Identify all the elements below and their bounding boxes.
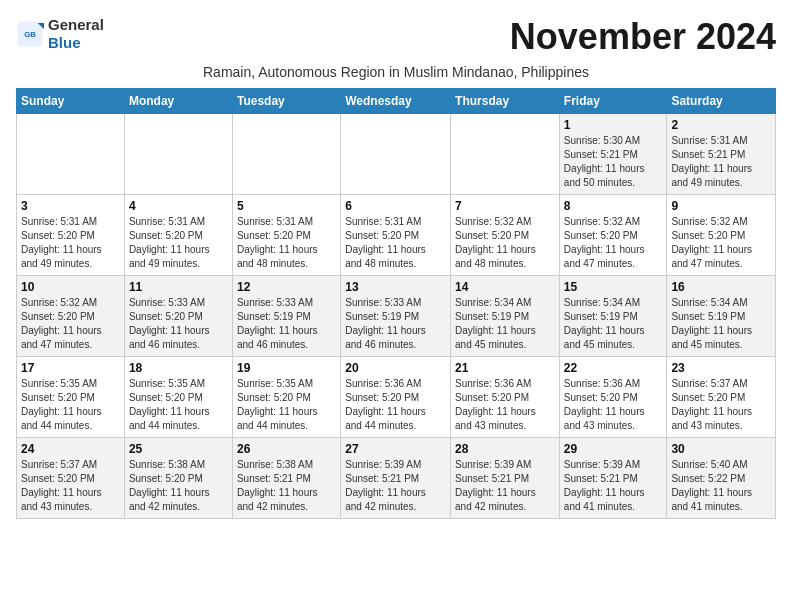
day-number: 9 — [671, 199, 771, 213]
day-number: 30 — [671, 442, 771, 456]
table-row: 20Sunrise: 5:36 AM Sunset: 5:20 PM Dayli… — [341, 357, 451, 438]
calendar-week-row: 10Sunrise: 5:32 AM Sunset: 5:20 PM Dayli… — [17, 276, 776, 357]
calendar-week-row: 3Sunrise: 5:31 AM Sunset: 5:20 PM Daylig… — [17, 195, 776, 276]
day-number: 22 — [564, 361, 663, 375]
day-info: Sunrise: 5:37 AM Sunset: 5:20 PM Dayligh… — [21, 458, 120, 514]
month-title: November 2024 — [510, 16, 776, 58]
table-row: 17Sunrise: 5:35 AM Sunset: 5:20 PM Dayli… — [17, 357, 125, 438]
table-row: 25Sunrise: 5:38 AM Sunset: 5:20 PM Dayli… — [124, 438, 232, 519]
day-info: Sunrise: 5:30 AM Sunset: 5:21 PM Dayligh… — [564, 134, 663, 190]
col-saturday: Saturday — [667, 89, 776, 114]
table-row — [17, 114, 125, 195]
col-sunday: Sunday — [17, 89, 125, 114]
table-row: 5Sunrise: 5:31 AM Sunset: 5:20 PM Daylig… — [232, 195, 340, 276]
day-info: Sunrise: 5:34 AM Sunset: 5:19 PM Dayligh… — [564, 296, 663, 352]
col-wednesday: Wednesday — [341, 89, 451, 114]
day-number: 1 — [564, 118, 663, 132]
day-number: 28 — [455, 442, 555, 456]
table-row: 6Sunrise: 5:31 AM Sunset: 5:20 PM Daylig… — [341, 195, 451, 276]
table-row: 26Sunrise: 5:38 AM Sunset: 5:21 PM Dayli… — [232, 438, 340, 519]
col-monday: Monday — [124, 89, 232, 114]
table-row: 28Sunrise: 5:39 AM Sunset: 5:21 PM Dayli… — [451, 438, 560, 519]
day-number: 17 — [21, 361, 120, 375]
day-info: Sunrise: 5:36 AM Sunset: 5:20 PM Dayligh… — [564, 377, 663, 433]
day-number: 18 — [129, 361, 228, 375]
page: GB General Blue November 2024 Ramain, Au… — [0, 0, 792, 529]
table-row: 9Sunrise: 5:32 AM Sunset: 5:20 PM Daylig… — [667, 195, 776, 276]
day-info: Sunrise: 5:38 AM Sunset: 5:20 PM Dayligh… — [129, 458, 228, 514]
day-info: Sunrise: 5:35 AM Sunset: 5:20 PM Dayligh… — [129, 377, 228, 433]
day-info: Sunrise: 5:32 AM Sunset: 5:20 PM Dayligh… — [564, 215, 663, 271]
day-info: Sunrise: 5:31 AM Sunset: 5:20 PM Dayligh… — [345, 215, 446, 271]
day-number: 20 — [345, 361, 446, 375]
table-row: 23Sunrise: 5:37 AM Sunset: 5:20 PM Dayli… — [667, 357, 776, 438]
svg-text:GB: GB — [24, 30, 36, 39]
col-thursday: Thursday — [451, 89, 560, 114]
table-row — [124, 114, 232, 195]
table-row: 19Sunrise: 5:35 AM Sunset: 5:20 PM Dayli… — [232, 357, 340, 438]
day-info: Sunrise: 5:39 AM Sunset: 5:21 PM Dayligh… — [564, 458, 663, 514]
day-info: Sunrise: 5:39 AM Sunset: 5:21 PM Dayligh… — [455, 458, 555, 514]
day-number: 23 — [671, 361, 771, 375]
table-row: 7Sunrise: 5:32 AM Sunset: 5:20 PM Daylig… — [451, 195, 560, 276]
day-number: 24 — [21, 442, 120, 456]
logo-text: General Blue — [48, 16, 104, 52]
calendar-table: Sunday Monday Tuesday Wednesday Thursday… — [16, 88, 776, 519]
day-number: 21 — [455, 361, 555, 375]
day-info: Sunrise: 5:33 AM Sunset: 5:19 PM Dayligh… — [237, 296, 336, 352]
logo-icon: GB — [16, 20, 44, 48]
day-number: 5 — [237, 199, 336, 213]
calendar-header-row: Sunday Monday Tuesday Wednesday Thursday… — [17, 89, 776, 114]
day-number: 15 — [564, 280, 663, 294]
calendar-week-row: 17Sunrise: 5:35 AM Sunset: 5:20 PM Dayli… — [17, 357, 776, 438]
subtitle: Ramain, Autonomous Region in Muslim Mind… — [16, 64, 776, 80]
day-info: Sunrise: 5:32 AM Sunset: 5:20 PM Dayligh… — [455, 215, 555, 271]
day-info: Sunrise: 5:37 AM Sunset: 5:20 PM Dayligh… — [671, 377, 771, 433]
table-row: 11Sunrise: 5:33 AM Sunset: 5:20 PM Dayli… — [124, 276, 232, 357]
day-number: 7 — [455, 199, 555, 213]
logo: GB General Blue — [16, 16, 104, 52]
day-info: Sunrise: 5:38 AM Sunset: 5:21 PM Dayligh… — [237, 458, 336, 514]
table-row: 10Sunrise: 5:32 AM Sunset: 5:20 PM Dayli… — [17, 276, 125, 357]
table-row: 4Sunrise: 5:31 AM Sunset: 5:20 PM Daylig… — [124, 195, 232, 276]
day-info: Sunrise: 5:36 AM Sunset: 5:20 PM Dayligh… — [455, 377, 555, 433]
table-row: 21Sunrise: 5:36 AM Sunset: 5:20 PM Dayli… — [451, 357, 560, 438]
table-row: 29Sunrise: 5:39 AM Sunset: 5:21 PM Dayli… — [559, 438, 667, 519]
day-info: Sunrise: 5:35 AM Sunset: 5:20 PM Dayligh… — [21, 377, 120, 433]
table-row: 16Sunrise: 5:34 AM Sunset: 5:19 PM Dayli… — [667, 276, 776, 357]
table-row: 24Sunrise: 5:37 AM Sunset: 5:20 PM Dayli… — [17, 438, 125, 519]
day-info: Sunrise: 5:39 AM Sunset: 5:21 PM Dayligh… — [345, 458, 446, 514]
col-friday: Friday — [559, 89, 667, 114]
day-number: 3 — [21, 199, 120, 213]
day-info: Sunrise: 5:32 AM Sunset: 5:20 PM Dayligh… — [21, 296, 120, 352]
day-number: 6 — [345, 199, 446, 213]
table-row — [232, 114, 340, 195]
day-number: 8 — [564, 199, 663, 213]
day-number: 29 — [564, 442, 663, 456]
table-row: 8Sunrise: 5:32 AM Sunset: 5:20 PM Daylig… — [559, 195, 667, 276]
day-number: 26 — [237, 442, 336, 456]
table-row: 18Sunrise: 5:35 AM Sunset: 5:20 PM Dayli… — [124, 357, 232, 438]
day-number: 4 — [129, 199, 228, 213]
table-row: 22Sunrise: 5:36 AM Sunset: 5:20 PM Dayli… — [559, 357, 667, 438]
table-row: 2Sunrise: 5:31 AM Sunset: 5:21 PM Daylig… — [667, 114, 776, 195]
day-number: 12 — [237, 280, 336, 294]
day-info: Sunrise: 5:34 AM Sunset: 5:19 PM Dayligh… — [671, 296, 771, 352]
day-info: Sunrise: 5:36 AM Sunset: 5:20 PM Dayligh… — [345, 377, 446, 433]
header: GB General Blue November 2024 — [16, 16, 776, 58]
day-number: 27 — [345, 442, 446, 456]
table-row: 1Sunrise: 5:30 AM Sunset: 5:21 PM Daylig… — [559, 114, 667, 195]
col-tuesday: Tuesday — [232, 89, 340, 114]
day-info: Sunrise: 5:34 AM Sunset: 5:19 PM Dayligh… — [455, 296, 555, 352]
day-info: Sunrise: 5:31 AM Sunset: 5:21 PM Dayligh… — [671, 134, 771, 190]
day-number: 11 — [129, 280, 228, 294]
day-info: Sunrise: 5:31 AM Sunset: 5:20 PM Dayligh… — [237, 215, 336, 271]
table-row — [451, 114, 560, 195]
table-row — [341, 114, 451, 195]
table-row: 14Sunrise: 5:34 AM Sunset: 5:19 PM Dayli… — [451, 276, 560, 357]
day-number: 2 — [671, 118, 771, 132]
day-info: Sunrise: 5:35 AM Sunset: 5:20 PM Dayligh… — [237, 377, 336, 433]
table-row: 30Sunrise: 5:40 AM Sunset: 5:22 PM Dayli… — [667, 438, 776, 519]
day-number: 13 — [345, 280, 446, 294]
day-number: 25 — [129, 442, 228, 456]
